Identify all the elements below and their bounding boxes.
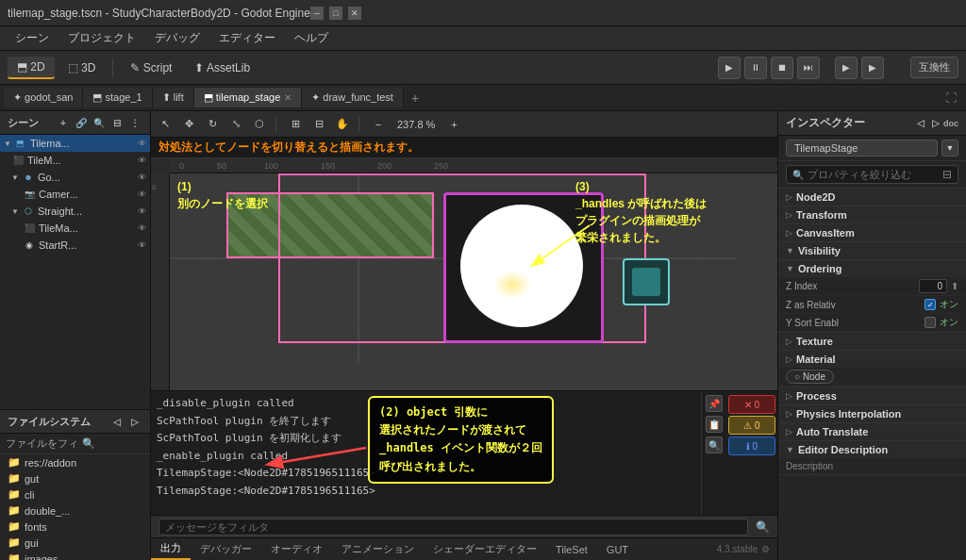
visibility-toggle4[interactable]: 👁 — [138, 189, 146, 199]
move-tool-btn[interactable]: ✥ — [178, 114, 199, 135]
scene-item-tilem[interactable]: ⬛ TileM... 👁 — [0, 152, 150, 169]
fs-item-gut[interactable]: 📁 gut — [0, 470, 150, 486]
console-copy-btn[interactable]: 📋 — [706, 416, 723, 433]
close-btn[interactable]: ✕ — [348, 7, 361, 20]
tab-godot-san[interactable]: ✦ godot_san — [4, 88, 83, 107]
inspector-nav-fwd[interactable]: ▷ — [928, 116, 943, 131]
play-scene-btn[interactable]: ▶ — [835, 57, 858, 79]
zoom-out-btn[interactable]: − — [368, 114, 389, 135]
section-process-header[interactable]: ▷ Process — [778, 387, 966, 404]
menu-scene-btn[interactable]: ⋮ — [127, 115, 142, 130]
prop-zasrelativ-checkbox[interactable]: ✓ — [924, 299, 936, 310]
scene-item-tilema[interactable]: ▼ ⬒ Tilema... 👁 — [0, 135, 150, 152]
search-icon[interactable]: 🔍 — [82, 437, 95, 450]
warn-status-btn[interactable]: ⚠ 0 — [728, 416, 775, 435]
scene-item-startr[interactable]: ◉ StartR... 👁 — [0, 237, 150, 254]
menu-project[interactable]: プロジェクト — [60, 28, 143, 48]
fs-nav-back[interactable]: ◁ — [109, 414, 125, 429]
console-tab-audio[interactable]: オーディオ — [261, 539, 332, 559]
menu-help[interactable]: ヘルプ — [287, 28, 336, 48]
add-tab-btn[interactable]: + — [404, 87, 426, 109]
inspector-nav-back[interactable]: ◁ — [913, 116, 928, 131]
section-node2d-header[interactable]: ▷ Node2D — [778, 189, 966, 206]
visibility-toggle6[interactable]: 👁 — [138, 223, 146, 233]
fs-nav-fwd[interactable]: ▷ — [127, 414, 142, 429]
console-tab-animation[interactable]: アニメーション — [332, 539, 424, 559]
scene-item-camera[interactable]: 📷 Camer... 👁 — [0, 186, 150, 203]
section-editor-desc-header[interactable]: ▼ Editor Description — [778, 441, 966, 458]
console-tab-output[interactable]: 出力 — [151, 538, 191, 560]
settings-icon[interactable]: ⚙ — [761, 544, 770, 554]
filter-options-icon[interactable]: ⊟ — [942, 168, 952, 181]
menu-editor[interactable]: エディター — [211, 28, 283, 48]
play-btn[interactable]: ▶ — [718, 57, 741, 79]
expand-tabs-btn[interactable]: ⛶ — [940, 88, 962, 108]
visibility-toggle[interactable]: 👁 — [138, 139, 146, 148]
info-status-btn[interactable]: ℹ 0 — [728, 436, 775, 455]
prop-zindex-value[interactable]: 0 — [919, 279, 947, 293]
inspector-node-name-btn[interactable]: TilemapStage — [786, 140, 938, 156]
visibility-toggle3[interactable]: 👁 — [138, 173, 146, 182]
inspector-doc-btn[interactable]: doc — [943, 116, 958, 131]
compat-btn[interactable]: 互換性 — [910, 57, 958, 78]
console-tab-tileset[interactable]: TileSet — [546, 541, 597, 558]
tab-script[interactable]: ✎ Script — [121, 58, 181, 78]
transform-tool-btn[interactable]: ⬡ — [249, 114, 270, 135]
viewport-canvas[interactable]: 0 50 100 150 200 250 0 — [151, 158, 777, 390]
section-canvasitem-header[interactable]: ▷ CanvasItem — [778, 224, 966, 241]
section-visibility-header[interactable]: ▼ Visibility — [778, 242, 966, 259]
console-search-btn[interactable]: 🔍 — [706, 436, 723, 453]
add-node-btn[interactable]: + — [56, 115, 71, 130]
maximize-btn[interactable]: □ — [329, 7, 342, 20]
visibility-toggle5[interactable]: 👁 — [138, 206, 146, 216]
console-tab-shader[interactable]: シェーダーエディター — [424, 539, 546, 559]
tab-stage1[interactable]: ⬒ stage_1 — [83, 88, 152, 107]
link-btn[interactable]: 🔗 — [74, 115, 89, 130]
prop-ysortenable-checkbox[interactable] — [924, 317, 936, 328]
use-local-btn[interactable]: ⊟ — [308, 114, 329, 135]
fs-item-addon[interactable]: 📁 res://addon — [0, 454, 150, 470]
visibility-toggle7[interactable]: 👁 — [138, 240, 146, 250]
tab-2d[interactable]: ⬒ 2D — [8, 57, 55, 79]
fs-item-images[interactable]: 📁 images — [0, 551, 150, 560]
tab-lift[interactable]: ⬆ lift — [153, 88, 194, 107]
section-transform-header[interactable]: ▷ Transform — [778, 206, 966, 223]
section-auto-translate-header[interactable]: ▷ Auto Translate — [778, 423, 966, 440]
fs-item-double[interactable]: 📁 double_... — [0, 502, 150, 519]
visibility-toggle2[interactable]: 👁 — [138, 156, 146, 165]
select-tool-btn[interactable]: ↖ — [155, 114, 175, 135]
fs-item-gui[interactable]: 📁 gui — [0, 535, 150, 551]
inspector-filter-input[interactable] — [808, 169, 939, 180]
snap-btn[interactable]: ⊞ — [285, 114, 306, 135]
rotate-tool-btn[interactable]: ↻ — [202, 114, 223, 135]
section-material-header[interactable]: ▷ Material — [778, 351, 966, 368]
prop-material-node-btn[interactable]: ○ Node — [786, 370, 834, 384]
inspector-node-dropdown[interactable]: ▼ — [941, 140, 958, 156]
scene-item-tilema2[interactable]: ⬛ TileMa... 👁 — [0, 220, 150, 237]
zoom-in-btn[interactable]: + — [443, 114, 464, 135]
error-status-btn[interactable]: ✕ 0 — [728, 395, 775, 414]
filter-scene-btn[interactable]: ⊟ — [109, 115, 125, 130]
section-ordering-header[interactable]: ▼ Ordering — [778, 260, 966, 277]
pause-btn[interactable]: ⏸ — [744, 57, 767, 79]
fs-item-fonts[interactable]: 📁 fonts — [0, 519, 150, 535]
search-scene-btn[interactable]: 🔍 — [92, 115, 107, 130]
minimize-btn[interactable]: ─ — [310, 7, 324, 20]
console-pin-btn[interactable]: 📌 — [706, 395, 723, 412]
prop-zindex-arrows[interactable]: ⬆ — [951, 281, 958, 291]
pan-btn[interactable]: ✋ — [332, 114, 353, 135]
console-tab-gut[interactable]: GUT — [597, 541, 638, 558]
close-tab-icon[interactable]: ✕ — [284, 92, 291, 103]
console-filter-input[interactable] — [158, 519, 748, 535]
stop-btn[interactable]: ⏹ — [771, 57, 793, 79]
scene-item-go[interactable]: ▼ ☻ Go... 👁 — [0, 169, 150, 186]
tab-assetlib[interactable]: ⬆ AssetLib — [185, 58, 259, 78]
fs-item-cli[interactable]: 📁 cli — [0, 486, 150, 502]
section-physics-interp-header[interactable]: ▷ Physics Interpolation — [778, 405, 966, 422]
section-texture-header[interactable]: ▷ Texture — [778, 333, 966, 350]
tab-3d[interactable]: ⬚ 3D — [58, 58, 106, 78]
menu-scene[interactable]: シーン — [8, 28, 57, 48]
tab-draw-func[interactable]: ✦ draw_func_test — [302, 88, 404, 107]
step-btn[interactable]: ⏭ — [797, 57, 820, 79]
play-custom-btn[interactable]: ▶ — [861, 57, 884, 79]
